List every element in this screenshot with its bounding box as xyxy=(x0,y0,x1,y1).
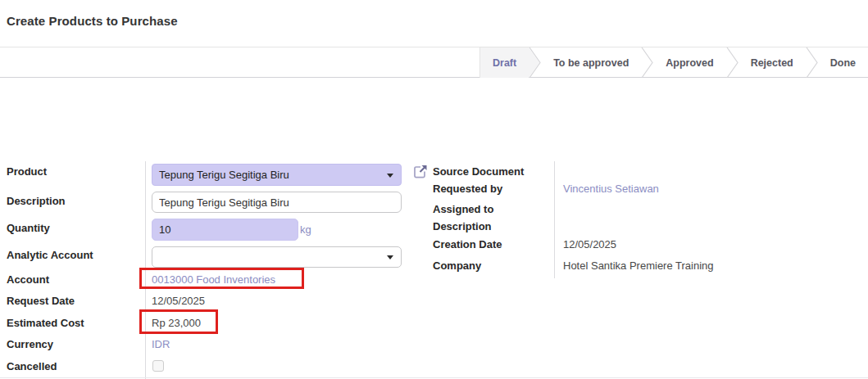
statusbar-step-approved[interactable]: Approved xyxy=(653,47,725,78)
chevron-separator-icon xyxy=(726,47,738,78)
account-label: Account xyxy=(7,273,49,286)
quantity-input[interactable] xyxy=(152,219,298,241)
creation-date-label: Creation Date xyxy=(433,238,502,250)
product-select-value: Tepung Terigu Segitiga Biru xyxy=(159,169,289,181)
page-title: Create Products to Purchase xyxy=(7,14,178,28)
bottom-divider xyxy=(0,377,868,378)
company-value: Hotel Santika Premiere Training xyxy=(563,259,714,272)
requested-by-label: Requested by xyxy=(433,183,502,195)
chevron-separator-icon xyxy=(641,47,653,78)
description-input[interactable] xyxy=(152,192,402,213)
product-label: Product xyxy=(7,165,47,178)
statusbar-step-draft[interactable]: Draft xyxy=(480,47,529,78)
cancelled-label: Cancelled xyxy=(7,360,57,372)
source-document-label: Source Document xyxy=(433,165,524,178)
caret-down-icon xyxy=(387,174,393,178)
analytic-account-select[interactable] xyxy=(152,246,402,268)
chevron-separator-icon xyxy=(806,47,818,78)
account-link[interactable]: 0013000 Food Inventories xyxy=(152,273,275,286)
quantity-unit-label: kg xyxy=(300,223,311,236)
request-date-value: 12/05/2025 xyxy=(152,295,205,307)
product-select[interactable]: Tepung Terigu Segitiga Biru xyxy=(152,164,402,186)
chevron-separator-icon xyxy=(529,47,541,78)
quantity-label: Quantity xyxy=(7,222,50,234)
create-products-to-purchase-form: Create Products to Purchase Draft To be … xyxy=(0,0,868,379)
company-label: Company xyxy=(433,259,481,272)
caret-down-icon xyxy=(387,255,393,259)
currency-label: Currency xyxy=(7,338,53,350)
statusbar-step-to-be-approved[interactable]: To be approved xyxy=(541,47,641,78)
statusbar-step-done[interactable]: Done xyxy=(818,47,868,78)
cancelled-checkbox[interactable] xyxy=(152,360,164,372)
right-group-divider xyxy=(554,161,555,278)
creation-date-value: 12/05/2025 xyxy=(563,238,616,250)
estimated-cost-value: Rp 23,000 xyxy=(152,317,201,329)
currency-link[interactable]: IDR xyxy=(152,338,170,350)
assigned-to-label: Assigned to xyxy=(433,203,493,215)
description-right-label: Description xyxy=(433,220,492,232)
external-link-icon[interactable] xyxy=(412,163,429,179)
requested-by-link[interactable]: Vincentius Setiawan xyxy=(563,183,659,195)
left-group-divider xyxy=(145,161,146,379)
analytic-account-label: Analytic Account xyxy=(7,249,93,261)
statusbar-step-rejected[interactable]: Rejected xyxy=(738,47,806,78)
estimated-cost-label: Estimated Cost xyxy=(7,317,84,329)
request-date-label: Request Date xyxy=(7,295,75,307)
statusbar: Draft To be approved Approved Rejected D… xyxy=(479,47,868,78)
statusbar-row: Draft To be approved Approved Rejected D… xyxy=(0,47,868,78)
description-label: Description xyxy=(7,195,66,207)
